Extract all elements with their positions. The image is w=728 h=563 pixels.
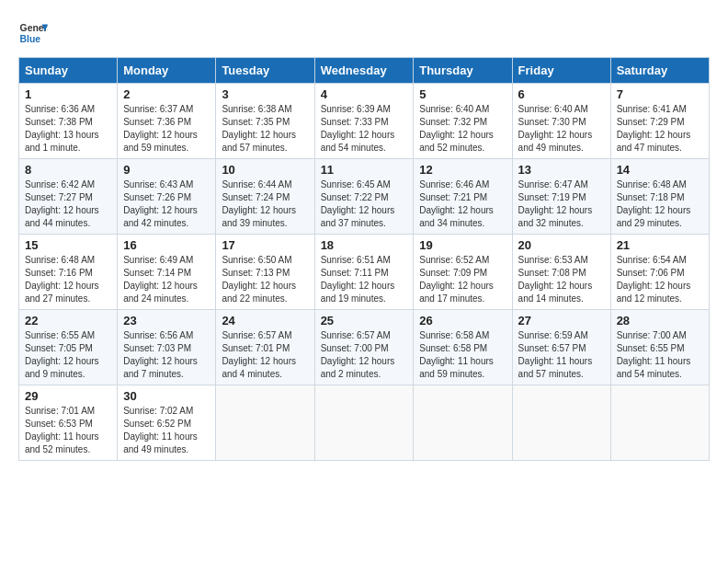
- day-number: 30: [123, 389, 210, 403]
- calendar-cell: 7Sunrise: 6:41 AM Sunset: 7:29 PM Daylig…: [610, 84, 709, 159]
- day-info: Sunrise: 6:38 AM Sunset: 7:35 PM Dayligh…: [222, 103, 308, 155]
- calendar-cell: 26Sunrise: 6:58 AM Sunset: 6:58 PM Dayli…: [414, 310, 512, 385]
- day-number: 28: [617, 314, 703, 327]
- calendar-cell: 29Sunrise: 7:01 AM Sunset: 6:53 PM Dayli…: [19, 385, 118, 461]
- day-info: Sunrise: 6:39 AM Sunset: 7:33 PM Dayligh…: [321, 103, 408, 155]
- calendar-cell: 4Sunrise: 6:39 AM Sunset: 7:33 PM Daylig…: [314, 84, 414, 159]
- calendar-cell: 2Sunrise: 6:37 AM Sunset: 7:36 PM Daylig…: [118, 84, 216, 159]
- day-info: Sunrise: 6:48 AM Sunset: 7:16 PM Dayligh…: [25, 254, 111, 305]
- day-number: 16: [123, 238, 210, 252]
- day-number: 29: [25, 389, 111, 403]
- calendar-cell: 13Sunrise: 6:47 AM Sunset: 7:19 PM Dayli…: [512, 159, 610, 235]
- day-info: Sunrise: 6:52 AM Sunset: 7:09 PM Dayligh…: [419, 254, 506, 305]
- calendar-cell: 10Sunrise: 6:44 AM Sunset: 7:24 PM Dayli…: [216, 159, 314, 235]
- calendar-cell: 14Sunrise: 6:48 AM Sunset: 7:18 PM Dayli…: [610, 159, 709, 235]
- header-friday: Friday: [512, 58, 610, 84]
- calendar-cell: 20Sunrise: 6:53 AM Sunset: 7:08 PM Dayli…: [512, 235, 610, 310]
- day-number: 12: [419, 163, 506, 177]
- header-wednesday: Wednesday: [314, 58, 414, 84]
- calendar-cell: 16Sunrise: 6:49 AM Sunset: 7:14 PM Dayli…: [118, 235, 216, 310]
- day-number: 17: [222, 238, 308, 252]
- day-number: 23: [123, 314, 210, 327]
- day-info: Sunrise: 7:02 AM Sunset: 6:52 PM Dayligh…: [123, 405, 210, 456]
- day-number: 24: [222, 314, 308, 327]
- day-number: 8: [25, 163, 111, 177]
- header-saturday: Saturday: [610, 58, 709, 84]
- day-info: Sunrise: 6:48 AM Sunset: 7:18 PM Dayligh…: [617, 178, 703, 230]
- day-number: 15: [25, 238, 111, 252]
- day-number: 21: [617, 238, 703, 252]
- logo: General Blue: [18, 18, 51, 48]
- day-number: 4: [321, 87, 408, 101]
- day-number: 22: [25, 314, 111, 327]
- day-info: Sunrise: 6:47 AM Sunset: 7:19 PM Dayligh…: [518, 178, 605, 230]
- day-info: Sunrise: 6:45 AM Sunset: 7:22 PM Dayligh…: [321, 178, 408, 230]
- day-number: 26: [419, 314, 506, 327]
- calendar-cell: [314, 385, 414, 461]
- svg-text:Blue: Blue: [20, 34, 41, 44]
- day-info: Sunrise: 6:51 AM Sunset: 7:11 PM Dayligh…: [321, 254, 408, 305]
- calendar-cell: 19Sunrise: 6:52 AM Sunset: 7:09 PM Dayli…: [414, 235, 512, 310]
- day-number: 9: [123, 163, 210, 177]
- day-info: Sunrise: 6:41 AM Sunset: 7:29 PM Dayligh…: [617, 103, 703, 155]
- calendar-cell: 12Sunrise: 6:46 AM Sunset: 7:21 PM Dayli…: [414, 159, 512, 235]
- calendar-header-row: SundayMondayTuesdayWednesdayThursdayFrid…: [19, 58, 710, 84]
- day-info: Sunrise: 6:57 AM Sunset: 7:00 PM Dayligh…: [321, 329, 408, 381]
- calendar-cell: 23Sunrise: 6:56 AM Sunset: 7:03 PM Dayli…: [118, 310, 216, 385]
- week-row-0: 1Sunrise: 6:36 AM Sunset: 7:38 PM Daylig…: [19, 84, 710, 159]
- calendar-cell: 18Sunrise: 6:51 AM Sunset: 7:11 PM Dayli…: [314, 235, 414, 310]
- day-info: Sunrise: 6:55 AM Sunset: 7:05 PM Dayligh…: [25, 329, 111, 381]
- header: General Blue: [18, 18, 710, 48]
- day-number: 13: [518, 163, 605, 177]
- day-info: Sunrise: 7:00 AM Sunset: 6:55 PM Dayligh…: [617, 329, 703, 381]
- header-monday: Monday: [118, 58, 216, 84]
- day-info: Sunrise: 6:44 AM Sunset: 7:24 PM Dayligh…: [222, 178, 308, 230]
- day-info: Sunrise: 6:57 AM Sunset: 7:01 PM Dayligh…: [222, 329, 308, 381]
- calendar-cell: 22Sunrise: 6:55 AM Sunset: 7:05 PM Dayli…: [19, 310, 118, 385]
- header-sunday: Sunday: [19, 58, 118, 84]
- week-row-3: 22Sunrise: 6:55 AM Sunset: 7:05 PM Dayli…: [19, 310, 710, 385]
- week-row-1: 8Sunrise: 6:42 AM Sunset: 7:27 PM Daylig…: [19, 159, 710, 235]
- calendar-cell: [610, 385, 709, 461]
- day-info: Sunrise: 6:50 AM Sunset: 7:13 PM Dayligh…: [222, 254, 308, 305]
- day-info: Sunrise: 6:46 AM Sunset: 7:21 PM Dayligh…: [419, 178, 506, 230]
- calendar-cell: [216, 385, 314, 461]
- day-number: 14: [617, 163, 703, 177]
- calendar-cell: 30Sunrise: 7:02 AM Sunset: 6:52 PM Dayli…: [118, 385, 216, 461]
- day-info: Sunrise: 6:53 AM Sunset: 7:08 PM Dayligh…: [518, 254, 605, 305]
- day-number: 1: [25, 87, 111, 101]
- day-info: Sunrise: 6:40 AM Sunset: 7:32 PM Dayligh…: [419, 103, 506, 155]
- calendar-cell: 25Sunrise: 6:57 AM Sunset: 7:00 PM Dayli…: [314, 310, 414, 385]
- day-number: 7: [617, 87, 703, 101]
- day-number: 19: [419, 238, 506, 252]
- calendar-cell: 9Sunrise: 6:43 AM Sunset: 7:26 PM Daylig…: [118, 159, 216, 235]
- calendar-cell: 24Sunrise: 6:57 AM Sunset: 7:01 PM Dayli…: [216, 310, 314, 385]
- calendar-cell: 15Sunrise: 6:48 AM Sunset: 7:16 PM Dayli…: [19, 235, 118, 310]
- calendar-cell: 11Sunrise: 6:45 AM Sunset: 7:22 PM Dayli…: [314, 159, 414, 235]
- day-number: 20: [518, 238, 605, 252]
- day-number: 11: [321, 163, 408, 177]
- calendar-cell: 27Sunrise: 6:59 AM Sunset: 6:57 PM Dayli…: [512, 310, 610, 385]
- calendar-cell: 6Sunrise: 6:40 AM Sunset: 7:30 PM Daylig…: [512, 84, 610, 159]
- calendar-cell: 5Sunrise: 6:40 AM Sunset: 7:32 PM Daylig…: [414, 84, 512, 159]
- calendar-cell: [512, 385, 610, 461]
- day-info: Sunrise: 6:36 AM Sunset: 7:38 PM Dayligh…: [25, 103, 111, 155]
- week-row-2: 15Sunrise: 6:48 AM Sunset: 7:16 PM Dayli…: [19, 235, 710, 310]
- calendar-cell: 8Sunrise: 6:42 AM Sunset: 7:27 PM Daylig…: [19, 159, 118, 235]
- calendar-cell: 21Sunrise: 6:54 AM Sunset: 7:06 PM Dayli…: [610, 235, 709, 310]
- day-number: 3: [222, 87, 308, 101]
- calendar-cell: 17Sunrise: 6:50 AM Sunset: 7:13 PM Dayli…: [216, 235, 314, 310]
- logo-icon: General Blue: [18, 18, 48, 48]
- day-info: Sunrise: 7:01 AM Sunset: 6:53 PM Dayligh…: [25, 405, 111, 456]
- day-number: 5: [419, 87, 506, 101]
- calendar-cell: 28Sunrise: 7:00 AM Sunset: 6:55 PM Dayli…: [610, 310, 709, 385]
- day-number: 18: [321, 238, 408, 252]
- day-info: Sunrise: 6:58 AM Sunset: 6:58 PM Dayligh…: [419, 329, 506, 381]
- day-info: Sunrise: 6:43 AM Sunset: 7:26 PM Dayligh…: [123, 178, 210, 230]
- header-thursday: Thursday: [414, 58, 512, 84]
- week-row-4: 29Sunrise: 7:01 AM Sunset: 6:53 PM Dayli…: [19, 385, 710, 461]
- day-info: Sunrise: 6:56 AM Sunset: 7:03 PM Dayligh…: [123, 329, 210, 381]
- day-number: 10: [222, 163, 308, 177]
- day-info: Sunrise: 6:37 AM Sunset: 7:36 PM Dayligh…: [123, 103, 210, 155]
- day-info: Sunrise: 6:59 AM Sunset: 6:57 PM Dayligh…: [518, 329, 605, 381]
